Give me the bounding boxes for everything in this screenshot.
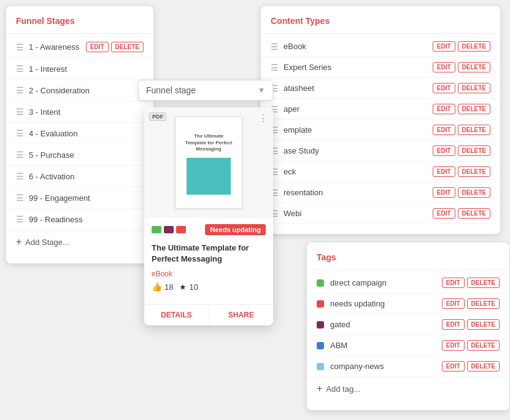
tag-label: company-news: [330, 362, 442, 371]
tag-item-abm[interactable]: ABM EDIT DELETE: [307, 335, 509, 356]
drag-icon: ☰: [16, 107, 24, 117]
content-item-paper[interactable]: ☰ aper EDIT DELETE: [261, 99, 500, 120]
edit-button[interactable]: EDIT: [442, 278, 465, 288]
edit-button[interactable]: EDIT: [442, 361, 465, 371]
stage-item-readiness[interactable]: ☰ 99 - Readiness: [6, 209, 153, 230]
delete-button[interactable]: DELETE: [458, 166, 490, 177]
content-item-ebook[interactable]: ☰ eBook EDIT DELETE: [261, 36, 500, 57]
tag-item-company-news[interactable]: company-news EDIT DELETE: [307, 356, 509, 377]
content-item-presentation[interactable]: ☰ resentation EDIT DELETE: [261, 182, 500, 203]
delete-button[interactable]: DELETE: [467, 319, 500, 330]
delete-button[interactable]: DELETE: [458, 62, 490, 72]
delete-button[interactable]: DELETE: [111, 42, 144, 52]
edit-button[interactable]: EDIT: [433, 125, 455, 135]
doc-preview-text: The UltimateTemplate for PerfectMessagin…: [182, 128, 236, 155]
delete-button[interactable]: DELETE: [467, 361, 500, 371]
card-footer: DETAILS SHARE: [144, 304, 273, 325]
edit-button[interactable]: EDIT: [433, 104, 455, 114]
content-actions: EDIT DELETE: [433, 208, 490, 219]
content-item-casestudy[interactable]: ☰ ase Study EDIT DELETE: [261, 141, 500, 161]
funnel-stage-dropdown[interactable]: Funnel stage ▼: [138, 80, 273, 101]
card-content: Needs updating The Ultimate Template for…: [144, 218, 273, 304]
delete-button[interactable]: DELETE: [458, 187, 490, 198]
drag-icon: ☰: [271, 42, 279, 52]
stage-item-intent[interactable]: ☰ 3 - Intent: [6, 101, 153, 123]
edit-button[interactable]: EDIT: [433, 41, 455, 52]
edit-button[interactable]: EDIT: [86, 42, 109, 52]
drag-icon: ☰: [16, 128, 24, 138]
tag-color-dot: [317, 279, 324, 287]
stage-item-consideration[interactable]: ☰ 2 - Consideration: [6, 80, 153, 101]
edit-button[interactable]: EDIT: [433, 166, 455, 177]
details-button[interactable]: DETAILS: [144, 305, 209, 325]
plus-icon: +: [16, 236, 21, 247]
edit-button[interactable]: EDIT: [433, 187, 455, 198]
content-actions: EDIT DELETE: [433, 83, 490, 93]
tag-actions: EDIT DELETE: [442, 361, 500, 371]
funnel-stages-panel: Funnel Stages ☰ 1 - Awareness EDIT DELET…: [6, 6, 153, 263]
edit-button[interactable]: EDIT: [433, 146, 455, 156]
drag-icon: ☰: [16, 150, 24, 160]
stage-label: 99 - Engagement: [29, 193, 144, 203]
tag-item-gated[interactable]: gated EDIT DELETE: [307, 314, 509, 335]
tag-item-direct-campaign[interactable]: direct campaign EDIT DELETE: [307, 273, 509, 294]
tag-actions: EDIT DELETE: [442, 298, 500, 309]
drag-icon: ☰: [16, 171, 24, 181]
add-stage-button[interactable]: + Add Stage...: [6, 230, 153, 254]
star-icon: ★: [179, 282, 187, 292]
delete-button[interactable]: DELETE: [458, 104, 490, 114]
stage-item-activation[interactable]: ☰ 6 - Activation: [6, 166, 153, 187]
add-tag-button[interactable]: + Add tag...: [307, 377, 509, 400]
content-item-template[interactable]: ☰ emplate EDIT DELETE: [261, 120, 500, 141]
edit-button[interactable]: EDIT: [442, 340, 465, 351]
content-label: emplate: [284, 125, 433, 134]
tag-item-needs-updating[interactable]: needs updating EDIT DELETE: [307, 294, 509, 314]
content-label: resentation: [284, 188, 433, 197]
delete-button[interactable]: DELETE: [458, 208, 490, 219]
delete-button[interactable]: DELETE: [467, 278, 500, 288]
content-item-webinar[interactable]: ☰ Webi EDIT DELETE: [261, 203, 500, 224]
edit-button[interactable]: EDIT: [433, 62, 455, 72]
stage-actions: EDIT DELETE: [86, 42, 144, 52]
add-stage-label: Add Stage...: [25, 238, 69, 247]
edit-button[interactable]: EDIT: [433, 83, 455, 93]
content-item-check[interactable]: ☰ eck EDIT DELETE: [261, 161, 500, 182]
content-label: aper: [284, 104, 433, 114]
stage-label: 6 - Activation: [29, 172, 144, 181]
stage-item-engagement[interactable]: ☰ 99 - Engagement: [6, 187, 153, 209]
stars-count: 10: [189, 282, 198, 292]
delete-button[interactable]: DELETE: [458, 41, 490, 52]
edit-button[interactable]: EDIT: [433, 208, 455, 219]
delete-button[interactable]: DELETE: [467, 298, 500, 309]
content-actions: EDIT DELETE: [433, 187, 490, 198]
plus-icon: +: [317, 383, 322, 394]
tag-actions: EDIT DELETE: [442, 319, 500, 330]
content-item-expert[interactable]: ☰ Expert Series EDIT DELETE: [261, 57, 500, 78]
tag-actions: EDIT DELETE: [442, 278, 500, 288]
edit-button[interactable]: EDIT: [442, 298, 465, 309]
card-type: eBook: [152, 270, 266, 278]
dropdown-label: Funnel stage: [146, 85, 196, 95]
card-menu-icon[interactable]: ⋮: [258, 112, 268, 124]
content-actions: EDIT DELETE: [433, 166, 490, 177]
tag-actions: EDIT DELETE: [442, 340, 500, 351]
tags-panel-title: Tags: [307, 252, 509, 270]
share-button[interactable]: SHARE: [209, 305, 274, 325]
needs-updating-badge: Needs updating: [205, 224, 266, 235]
stage-item-interest[interactable]: ☰ 1 - Interest: [6, 58, 153, 80]
delete-button[interactable]: DELETE: [458, 83, 490, 93]
delete-button[interactable]: DELETE: [467, 340, 500, 351]
stage-item-evaluation[interactable]: ☰ 4 - Evaluation: [6, 123, 153, 144]
edit-button[interactable]: EDIT: [442, 319, 465, 330]
content-label: eBook: [284, 42, 433, 51]
stage-item-awareness[interactable]: ☰ 1 - Awareness EDIT DELETE: [6, 36, 153, 58]
delete-button[interactable]: DELETE: [458, 146, 490, 156]
thumbs-up-icon: 👍: [152, 282, 162, 292]
delete-button[interactable]: DELETE: [458, 125, 490, 135]
funnel-panel-title: Funnel Stages: [6, 16, 153, 34]
stage-label: 2 - Consideration: [29, 86, 144, 95]
stage-item-purchase[interactable]: ☰ 5 - Purchase: [6, 144, 153, 166]
tag-flag-purple: [164, 226, 174, 233]
content-item-datasheet[interactable]: ☰ atasheet EDIT DELETE: [261, 78, 500, 99]
card-stats: 👍 18 ★ 10: [152, 282, 266, 292]
